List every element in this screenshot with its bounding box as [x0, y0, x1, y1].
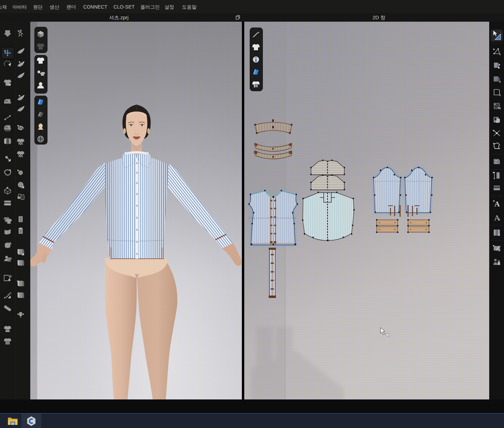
svg-text:A: A	[494, 213, 500, 222]
svg-text:A: A	[494, 200, 500, 208]
